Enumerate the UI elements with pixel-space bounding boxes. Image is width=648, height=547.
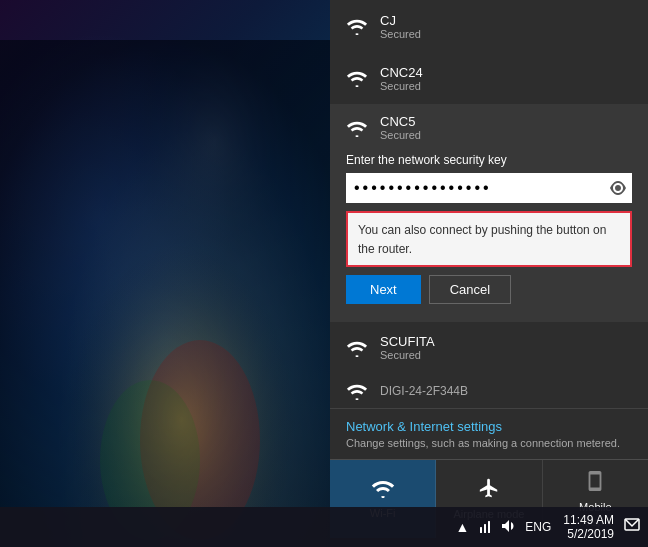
- cnc5-header[interactable]: CNC5 Secured: [346, 114, 632, 141]
- wallpaper: [0, 0, 330, 547]
- taskbar-system-icons: ▲ ENG: [455, 519, 551, 536]
- wifi-info-scufita: SCUFITA Secured: [380, 334, 435, 361]
- taskbar-up-arrow-icon[interactable]: ▲: [455, 519, 469, 535]
- next-button[interactable]: Next: [346, 275, 421, 304]
- wifi-signal-icon: [346, 17, 368, 35]
- wifi-info-cnc5: CNC5 Secured: [380, 114, 421, 141]
- wifi-item-digi[interactable]: DIGI-24-2F344B: [330, 374, 648, 408]
- wifi-item-cnc24[interactable]: CNC24 Secured: [330, 52, 648, 104]
- network-settings: Network & Internet settings Change setti…: [330, 408, 648, 459]
- taskbar-time-display[interactable]: 11:49 AM 5/2/2019: [563, 513, 614, 541]
- network-panel: CJ Secured CNC24 Secured: [330, 0, 648, 547]
- taskbar-date: 5/2/2019: [567, 527, 614, 541]
- network-settings-desc: Change settings, such as making a connec…: [346, 437, 632, 449]
- wifi-item-cnc5: CNC5 Secured Enter the network security …: [330, 104, 648, 322]
- router-push-hint: You can also connect by pushing the butt…: [346, 211, 632, 267]
- wifi-name-cj: CJ: [380, 13, 421, 28]
- wifi-status-cnc24: Secured: [380, 80, 423, 92]
- wifi-signal-icon-scufita: [346, 339, 368, 357]
- wifi-signal-icon-cnc5: [346, 119, 368, 137]
- wifi-status-cj: Secured: [380, 28, 421, 40]
- taskbar-volume-icon[interactable]: [501, 519, 517, 536]
- wifi-status-scufita: Secured: [380, 349, 435, 361]
- cancel-button[interactable]: Cancel: [429, 275, 511, 304]
- network-settings-title[interactable]: Network & Internet settings: [346, 419, 632, 434]
- taskbar-time: 11:49 AM: [563, 513, 614, 527]
- mobile-hotspot-icon: [584, 470, 606, 497]
- show-password-icon[interactable]: [604, 173, 632, 203]
- svg-rect-7: [488, 521, 490, 533]
- taskbar-language-indicator[interactable]: ENG: [525, 520, 551, 534]
- wifi-name-cnc24: CNC24: [380, 65, 423, 80]
- action-buttons: Next Cancel: [346, 275, 632, 304]
- wifi-signal-icon-cnc24: [346, 69, 368, 87]
- svg-rect-6: [484, 524, 486, 533]
- wifi-list: CJ Secured CNC24 Secured: [330, 0, 648, 547]
- cnc5-expanded-content: Enter the network security key You can a…: [346, 153, 632, 312]
- wifi-quick-icon: [371, 478, 395, 503]
- svg-rect-5: [480, 527, 482, 533]
- wifi-name-digi: DIGI-24-2F344B: [380, 384, 468, 398]
- taskbar-notification-icon[interactable]: [624, 517, 640, 537]
- password-input-row: [346, 173, 632, 203]
- wifi-signal-icon-digi: [346, 382, 368, 400]
- taskbar: ▲ ENG 11:49 AM 5/2/2019: [0, 507, 648, 547]
- router-hint-text: You can also connect by pushing the butt…: [358, 223, 606, 256]
- security-key-label: Enter the network security key: [346, 153, 632, 167]
- wifi-item-scufita[interactable]: SCUFITA Secured: [330, 322, 648, 374]
- taskbar-network-icon[interactable]: [477, 519, 493, 536]
- wifi-name-scufita: SCUFITA: [380, 334, 435, 349]
- password-input[interactable]: [346, 173, 604, 203]
- wifi-info-cj: CJ Secured: [380, 13, 421, 40]
- wifi-item-cj[interactable]: CJ Secured: [330, 0, 648, 52]
- wifi-status-cnc5: Secured: [380, 129, 421, 141]
- airplane-quick-icon: [478, 477, 500, 504]
- wifi-info-cnc24: CNC24 Secured: [380, 65, 423, 92]
- wifi-name-cnc5: CNC5: [380, 114, 421, 129]
